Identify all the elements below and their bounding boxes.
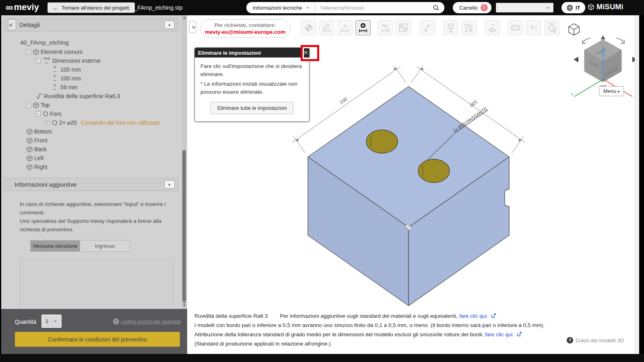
top-bar: ∞ meviy Tornare all'elenco dei progetti … [0,0,644,15]
collapse-panel-button[interactable] [164,21,175,29]
isometric-view-icon[interactable] [569,24,579,35]
y-axis-label: y [571,92,574,96]
viewer-area: ▕◂ Per richieste, contattare: meviy-eu@m… [187,15,639,354]
toggle-input[interactable]: Ingresso [80,241,130,251]
hole-1[interactable] [366,130,398,153]
tree-item-elementi-comuni[interactable]: − Elementi comuni [1,47,187,56]
search-input[interactable] [315,5,432,11]
meviy-app: ∞ meviy Tornare all'elenco dei progetti … [0,0,644,362]
production-notes: Ruvidità della superficie Ra6.3 Per info… [194,311,629,348]
model-colors-help[interactable]: Colori dei modelli 3D [567,337,624,343]
hole-icon [52,120,58,125]
collapse-panel-button[interactable] [164,180,175,189]
note-line-4: (Standard di produzione applicati in rel… [194,339,629,348]
hole-warning-text: Comando del foro non utilizzato [81,119,160,126]
back-to-projects-button[interactable]: Tornare all'elenco dei progetti [47,2,135,13]
rotate-left-arrow-icon[interactable] [574,57,578,62]
tree-item-bottom[interactable]: Bottom [1,127,187,136]
external-link-icon [491,313,496,318]
back-arrow-icon [53,4,59,11]
tree-item-roughness[interactable]: Ruvidità della superficie Ra6.3 [1,92,187,101]
y-dimension-icon: Y [50,75,59,82]
toggle-no-instruction[interactable]: Nessuna istruzione [31,241,80,251]
rotate-right-icon[interactable] [616,38,624,43]
collapse-expander-icon[interactable]: − [26,49,31,54]
tree-item-right[interactable]: Right [1,162,187,171]
close-icon[interactable] [303,49,308,56]
note-line-1: Ruvidità della superficie Ra6.3 Per info… [194,311,629,321]
meviy-logo-icon: ∞ [6,1,13,13]
tree-item-dim-y[interactable]: Y 100 mm [1,74,187,83]
meviy-logo[interactable]: ∞ meviy [6,1,39,13]
details-panel-header: ▸▏ Dettagli [4,18,178,31]
sidebar-scrollbar[interactable] [182,15,187,309]
confirm-quote-button[interactable]: Confermare le condizioni del preventivo [15,332,180,347]
tree-item-dimensioni-esterne[interactable]: − XYZ Dimensioni esterne [1,56,187,65]
comment-textarea[interactable] [20,258,174,311]
tree-item-dim-x[interactable]: X 100 mm [1,65,187,74]
model-tree: 40_FAmp_etching − Elementi comuni − XYZ … [1,31,187,171]
tree-item-foro[interactable]: − Foro [1,109,187,118]
info-text-2: Uno specialista del Supporto meviy rispo… [20,217,177,234]
collapse-expander-icon[interactable]: − [36,111,41,116]
hole-icon [43,111,48,117]
scroll-up-icon[interactable] [183,301,186,303]
tree-item-front[interactable]: Front [1,136,187,145]
bottom-bar [0,354,644,362]
misumi-logo[interactable]: MiSUMi [588,3,623,11]
cube-icon [26,155,33,162]
globe-icon [566,4,573,11]
instruction-toggle: Nessuna istruzione Ingresso [30,240,130,252]
tolerance-standards-link[interactable]: fare clic qui. [485,331,514,337]
language-button[interactable]: IT [561,2,585,13]
cube-icon [33,49,39,56]
additional-info-body: In caso di richieste aggiuntive, selezio… [1,191,187,234]
info-text-1: In caso di richieste aggiuntive, selezio… [20,200,177,217]
delete-all-settings-button[interactable]: Eliminare tutte le impostazioni [211,102,294,114]
collapse-expander-icon[interactable]: − [26,103,31,107]
meviy-logo-text: meviy [14,2,39,12]
dim-label-right: 100 [469,99,479,108]
cube-icon [26,137,33,144]
expand-expander-icon[interactable]: + [45,120,50,125]
rotate-up-icon[interactable] [601,35,605,39]
material-standards-link[interactable]: fare clic qui. [459,313,488,319]
search-category-dropdown[interactable]: Informazioni tecniche [246,2,315,13]
scroll-up-icon[interactable] [183,16,186,19]
rotate-left-icon[interactable] [582,38,590,43]
viewport-scrollbar[interactable] [635,15,639,354]
tree-item-back[interactable]: Back [1,145,187,154]
scrollbar-thumb[interactable] [182,150,186,302]
price-list-link[interactable]: Listino prezzi per quantità [113,319,181,325]
search-icon[interactable] [432,4,440,11]
origin-marker [406,225,411,230]
file-name: 40_FAmp_etching.stp [128,0,182,15]
tree-item-root[interactable]: 40_FAmp_etching [1,37,187,47]
cube-icon [26,128,33,135]
dialog-text-2: * Le informazioni iniziali visualizzate … [200,80,303,96]
delete-settings-dialog: Eliminare le impostazioni Fare clic sull… [194,47,310,122]
z-dimension-icon: Z [50,84,59,91]
external-link-icon [517,331,522,337]
tree-item-top[interactable]: − Top [1,101,187,109]
x-dimension-icon: X [50,66,59,73]
tree-item-dim-z[interactable]: Z 59 mm [1,83,187,92]
panel-expand-icon[interactable]: ▸▏ [8,19,16,30]
z-axis-label: z [605,53,607,58]
help-icon [567,337,573,343]
hole-2[interactable] [418,159,450,183]
collapse-expander-icon[interactable]: − [36,58,41,63]
help-icon [113,319,119,325]
cart-button[interactable]: Carrello 0 [453,2,491,13]
view-menu-button[interactable]: Menu [599,86,624,96]
scroll-down-icon[interactable] [183,304,186,307]
quantity-select[interactable]: 1 [41,315,62,328]
surface-roughness-icon [36,93,43,100]
header-select[interactable] [496,3,553,12]
quantity-label: Quantità [15,319,36,325]
cube-icon [26,146,33,153]
tree-item-left[interactable]: Left [1,154,187,162]
tree-item-hole-2x20[interactable]: + 2× ⌀20 Comando del foro non utilizzato [1,118,187,127]
cart-count-badge: 0 [480,4,488,12]
chevron-down-icon [545,4,550,11]
